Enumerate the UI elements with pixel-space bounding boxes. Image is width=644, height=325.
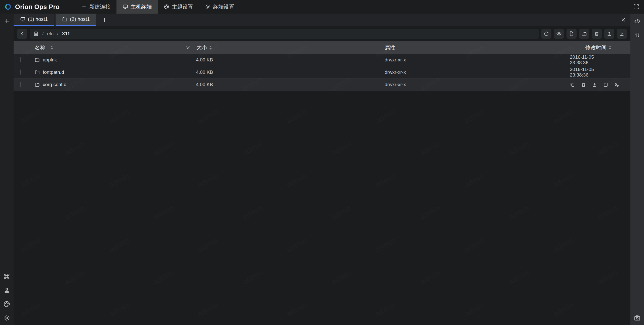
- file-manager-panel: / etc / X11: [14, 26, 630, 325]
- move-dashed-square-icon[interactable]: [603, 82, 608, 87]
- top-navbar: Orion Ops Pro 新建连接 主机终端 主题设置 终端设置: [0, 0, 644, 14]
- file-attr: drwxr-xr-x: [371, 69, 570, 75]
- column-header-name[interactable]: 名称: [35, 44, 45, 51]
- file-mtime: 2016-11-05 23:38:36: [570, 67, 630, 78]
- transfer-list-icon[interactable]: [634, 32, 641, 39]
- table-row-applnk[interactable]: applnk 4.00 KB drwxr-xr-x 2016-11-05 23:…: [14, 54, 630, 66]
- tab-terminal-host1[interactable]: (1) host1: [14, 14, 54, 26]
- menu-item-host-terminal[interactable]: 主机终端: [116, 0, 158, 14]
- sort-name-icon[interactable]: [51, 46, 53, 50]
- add-tab-button[interactable]: [98, 14, 112, 26]
- back-button[interactable]: [17, 29, 27, 39]
- column-header-size[interactable]: 大小: [196, 44, 207, 51]
- tab-label: (2) host1: [70, 16, 90, 22]
- path-breadcrumb[interactable]: / etc / X11: [30, 29, 539, 39]
- file-actions-toolbar: [541, 29, 627, 39]
- sort-size-icon[interactable]: [209, 46, 212, 50]
- file-attr: drwxr-xr-x: [371, 57, 570, 63]
- row-actions: [570, 82, 633, 87]
- row-checkbox[interactable]: [20, 57, 21, 62]
- command-shortcuts-icon[interactable]: [3, 273, 10, 280]
- right-sidebar: [630, 14, 644, 325]
- tab-sftp-host1[interactable]: (2) host1: [56, 14, 96, 26]
- table-row-xorg[interactable]: xorg.conf.d 4.00 KB drwxr-xr-x: [14, 79, 630, 91]
- gear-icon: [205, 4, 211, 10]
- new-tab-button[interactable]: [3, 18, 10, 25]
- fullscreen-icon[interactable]: [633, 4, 639, 10]
- folder-icon: [35, 82, 40, 87]
- brand: Orion Ops Pro: [0, 2, 64, 11]
- delete-trash-icon[interactable]: [581, 82, 586, 87]
- delete-trash-icon[interactable]: [592, 29, 602, 39]
- menu-item-label: 主机终端: [131, 3, 152, 10]
- app-title: Orion Ops Pro: [15, 3, 60, 11]
- copy-icon[interactable]: [570, 82, 575, 87]
- file-size: 4.00 KB: [185, 82, 371, 87]
- folder-icon: [35, 70, 40, 75]
- theme-palette-icon[interactable]: [3, 301, 10, 308]
- menu-item-new-connection[interactable]: 新建连接: [75, 0, 116, 14]
- file-name[interactable]: xorg.conf.d: [43, 82, 66, 87]
- stamp-icon[interactable]: [3, 287, 10, 294]
- refresh-icon[interactable]: [541, 29, 551, 39]
- menu-item-label: 新建连接: [89, 3, 110, 10]
- menu-item-theme-settings[interactable]: 主题设置: [158, 0, 199, 14]
- left-sidebar: [0, 14, 14, 325]
- menu-item-terminal-settings[interactable]: 终端设置: [199, 0, 240, 14]
- download-icon[interactable]: [592, 82, 597, 87]
- file-toolbar-row: / etc / X11: [14, 26, 630, 41]
- close-icon[interactable]: [620, 14, 630, 26]
- upload-icon[interactable]: [604, 29, 614, 39]
- row-checkbox[interactable]: [20, 69, 21, 75]
- file-table-body: applnk 4.00 KB drwxr-xr-x 2016-11-05 23:…: [14, 54, 630, 91]
- code-editor-icon[interactable]: [634, 18, 641, 25]
- terminal-monitor-icon: [20, 17, 25, 22]
- file-name[interactable]: fontpath.d: [43, 69, 64, 75]
- row-checkbox[interactable]: [20, 82, 21, 87]
- file-name[interactable]: applnk: [43, 57, 57, 63]
- folder-icon: [62, 17, 67, 22]
- menu-item-label: 终端设置: [213, 3, 234, 10]
- folder-icon: [35, 57, 40, 62]
- file-size: 4.00 KB: [185, 69, 371, 75]
- sort-mtime-icon[interactable]: [609, 46, 611, 50]
- palette-icon: [164, 4, 169, 10]
- file-attr: drwxr-xr-x: [371, 82, 570, 87]
- path-segment-etc[interactable]: etc: [47, 31, 53, 37]
- new-folder-icon[interactable]: [579, 29, 589, 39]
- tabbar-spacer: [112, 14, 620, 26]
- directory-list-icon[interactable]: [33, 31, 39, 37]
- column-header-attr: 属性: [385, 45, 395, 50]
- session-tabbar: (1) host1 (2) host1: [14, 14, 630, 26]
- permissions-user-icon[interactable]: [614, 82, 619, 87]
- file-mtime: 2016-11-05 23:38:36: [570, 54, 630, 65]
- tab-label: (1) host1: [28, 16, 48, 22]
- new-file-icon[interactable]: [567, 29, 577, 39]
- table-row-fontpath[interactable]: fontpath.d 4.00 KB drwxr-xr-x 2016-11-05…: [14, 66, 630, 79]
- screenshot-camera-icon[interactable]: [634, 314, 641, 321]
- column-header-mtime[interactable]: 修改时间: [585, 44, 607, 51]
- path-segment-x11[interactable]: X11: [62, 31, 70, 37]
- download-icon[interactable]: [617, 29, 627, 39]
- monitor-icon: [123, 4, 128, 10]
- path-separator: /: [57, 31, 58, 37]
- app-logo-icon: [4, 2, 13, 11]
- show-hidden-eye-icon[interactable]: [554, 29, 564, 39]
- filter-funnel-icon[interactable]: [185, 45, 190, 50]
- plus-icon: [81, 4, 87, 10]
- file-size: 4.00 KB: [185, 57, 371, 63]
- main-menu: 新建连接 主机终端 主题设置 终端设置: [75, 0, 240, 14]
- settings-gear-icon[interactable]: [3, 314, 10, 321]
- file-table-header: 名称 大小 属性 修改时间: [14, 41, 630, 54]
- path-separator: /: [42, 31, 44, 37]
- menu-item-label: 主题设置: [172, 3, 193, 10]
